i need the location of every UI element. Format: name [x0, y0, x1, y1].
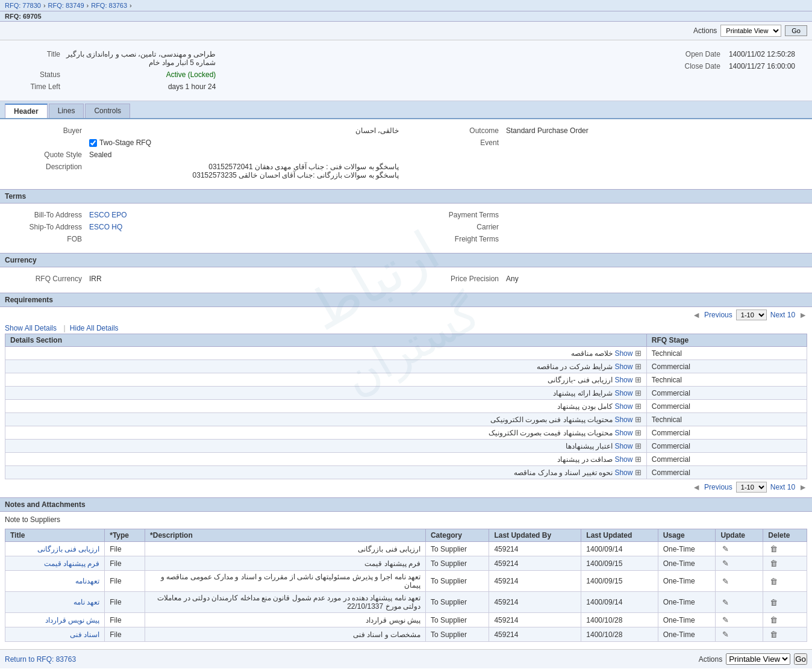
show-link[interactable]: Show — [614, 376, 632, 384]
show-link[interactable]: Show — [614, 362, 632, 371]
price-precision-value: Any — [502, 273, 799, 285]
go-button-top[interactable]: Go — [785, 25, 807, 36]
close-date-value: 1400/11/27 16:00:00 — [726, 61, 798, 72]
show-link[interactable]: Show — [614, 429, 632, 437]
printable-view-dropdown[interactable]: Printable View Export — [720, 25, 781, 37]
req-section-cell: ⊞ Show کامل بودن پیشنهاد — [5, 400, 647, 413]
show-link[interactable]: Show — [614, 415, 632, 424]
expand-icon[interactable]: ⊞ — [635, 349, 642, 358]
notes-attachments-content: Note to Suppliers Title *Type *Descripti… — [0, 512, 812, 644]
show-link[interactable]: Show — [614, 389, 632, 397]
ship-to-address-link[interactable]: ESCO HQ — [89, 223, 122, 231]
hide-all-details-link[interactable]: Hide All Details — [70, 324, 119, 332]
status-label: Status — [14, 69, 63, 80]
ship-to-address-label: Ship-To Address — [13, 221, 86, 233]
col-rfq-stage: RFQ Stage — [646, 334, 807, 347]
col-last-updated: Last Updated — [581, 529, 658, 542]
delete-button[interactable]: 🗑 — [768, 629, 779, 639]
col-category: Category — [425, 529, 489, 542]
expand-icon[interactable]: ⊞ — [635, 362, 642, 371]
expand-icon[interactable]: ⊞ — [635, 402, 642, 411]
tab-header[interactable]: Header — [5, 104, 48, 118]
req-section-cell: ⊞ Show خلاصه مناقصه — [5, 347, 647, 360]
breadcrumb-current: RFQ: 69705 — [0, 11, 812, 22]
actions-label: Actions — [693, 26, 717, 35]
show-link[interactable]: Show — [614, 349, 632, 358]
delete-button[interactable]: 🗑 — [768, 576, 779, 586]
attachment-title-link[interactable]: اسناد فنی — [70, 630, 99, 639]
event-label: Event — [430, 137, 502, 149]
update-button[interactable]: ✎ — [720, 576, 731, 586]
description-label: Description — [13, 161, 86, 181]
page-range-select-top[interactable]: 1-10 — [736, 310, 767, 320]
bill-to-address-link[interactable]: ESCO EPO — [89, 211, 127, 219]
expand-icon[interactable]: ⊞ — [635, 388, 642, 397]
tab-lines[interactable]: Lines — [49, 104, 84, 118]
return-link[interactable]: Return to RFQ: 83763 — [5, 655, 76, 664]
prev-link-bottom[interactable]: Previous — [704, 483, 732, 491]
show-link[interactable]: Show — [614, 442, 632, 450]
list-item: ارزیابی فنی بازرگانیFileارزیابی فنی بازر… — [5, 542, 807, 556]
list-item: اسناد فنیFileمشخصات و اسناد فنیTo Suppli… — [5, 627, 807, 642]
attachment-title-link[interactable]: تعهد نامه — [73, 598, 99, 606]
go-button-bottom[interactable]: Go — [794, 653, 807, 665]
time-left-label: Time Left — [14, 81, 63, 92]
delete-button[interactable]: 🗑 — [768, 544, 779, 554]
tab-controls[interactable]: Controls — [85, 104, 130, 118]
requirements-table-wrapper: Details Section RFQ Stage ⊞ Show خلاصه م… — [0, 334, 812, 479]
delete-button[interactable]: 🗑 — [768, 615, 779, 625]
table-row: ⊞ Show محتویات پیشنهاد فیمت بصورت الکترو… — [5, 426, 807, 440]
open-date-value: 1400/11/02 12:50:28 — [726, 49, 798, 60]
attachment-title-link[interactable]: پیش نویس قرارداد — [45, 616, 100, 624]
attachment-title-link[interactable]: تعهدنامه — [75, 577, 99, 585]
update-button[interactable]: ✎ — [720, 629, 731, 639]
terms-content: Bill-To Address ESCO EPO Ship-To Address… — [0, 204, 812, 250]
attachment-title-link[interactable]: ارزیابی فنی بازرگانی — [37, 545, 100, 553]
req-stage-cell: Technical — [646, 413, 807, 426]
tabs: Header Lines Controls — [0, 101, 812, 119]
breadcrumb-rfq-83763[interactable]: RFQ: 83763 — [91, 2, 127, 9]
show-link[interactable]: Show — [614, 468, 632, 477]
delete-button[interactable]: 🗑 — [768, 597, 779, 608]
table-row: ⊞ Show صداقت در پیشنهادCommercial — [5, 453, 807, 466]
nav-prev-icon-top: ◄ — [692, 310, 701, 320]
expand-icon[interactable]: ⊞ — [635, 415, 642, 424]
show-hide-bar: Show All Details | Hide All Details — [0, 323, 812, 334]
breadcrumb: RFQ: 77830 › RFQ: 83749 › RFQ: 83763 › — [0, 0, 812, 11]
currency-section-header: Currency — [0, 253, 812, 267]
expand-icon[interactable]: ⊞ — [635, 375, 642, 384]
expand-icon[interactable]: ⊞ — [635, 455, 642, 464]
bottom-printable-view-dropdown[interactable]: Printable View Export — [726, 653, 790, 665]
next-link-bottom[interactable]: Next 10 — [770, 483, 795, 491]
req-stage-cell: Commercial — [646, 440, 807, 453]
breadcrumb-rfq-77830[interactable]: RFQ: 77830 — [5, 2, 41, 9]
expand-icon[interactable]: ⊞ — [635, 428, 642, 437]
prev-link-top[interactable]: Previous — [704, 311, 732, 319]
show-link[interactable]: Show — [614, 455, 632, 464]
show-all-details-link[interactable]: Show All Details — [5, 324, 57, 332]
buyer-label: Buyer — [13, 125, 86, 137]
pagination-bar-bottom: ◄ Previous 1-10 Next 10 ► — [0, 479, 812, 495]
nav-prev-icon-bottom: ◄ — [692, 482, 701, 492]
req-section-cell: ⊞ Show ارزیابی فنی -بازرگانی — [5, 373, 647, 387]
col-last-updated-by: Last Updated By — [489, 529, 581, 542]
title-label: Title — [14, 49, 63, 68]
expand-icon[interactable]: ⊞ — [635, 468, 642, 477]
next-link-top[interactable]: Next 10 — [770, 311, 795, 319]
breadcrumb-rfq-83749[interactable]: RFQ: 83749 — [48, 2, 84, 9]
bottom-bar: Return to RFQ: 83763 Actions Printable V… — [0, 649, 812, 668]
title-value: طراحی و مهندسی، تامین، نصب و راه‌اندازی … — [64, 49, 218, 68]
update-button[interactable]: ✎ — [720, 597, 731, 608]
req-section-cell: ⊞ Show محتویات پیشنهاد فیمت بصورت الکترو… — [5, 426, 647, 440]
update-button[interactable]: ✎ — [720, 615, 731, 625]
two-stage-rfq-checkbox[interactable] — [89, 139, 97, 147]
update-button[interactable]: ✎ — [720, 544, 731, 554]
page-range-select-bottom[interactable]: 1-10 — [736, 482, 767, 493]
requirements-section-header: Requirements — [0, 293, 812, 307]
update-button[interactable]: ✎ — [720, 558, 731, 568]
expand-icon[interactable]: ⊞ — [635, 441, 642, 450]
show-link[interactable]: Show — [614, 402, 632, 411]
delete-button[interactable]: 🗑 — [768, 558, 779, 568]
attachment-title-link[interactable]: فرم پیشنهاد قیمت — [44, 559, 100, 568]
col-delete: Delete — [763, 529, 807, 542]
